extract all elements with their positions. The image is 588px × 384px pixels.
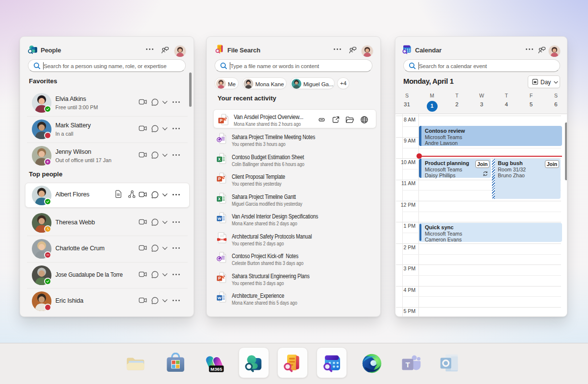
svg-text:W: W	[218, 296, 221, 300]
svg-text:P: P	[218, 276, 221, 281]
svg-text:X: X	[218, 196, 221, 201]
svg-text:T: T	[406, 360, 410, 369]
svg-text:P: P	[220, 118, 222, 123]
svg-text:P: P	[218, 176, 221, 181]
svg-text:W: W	[218, 216, 221, 221]
svg-text:M365: M365	[211, 366, 223, 372]
svg-text:X: X	[218, 157, 221, 162]
